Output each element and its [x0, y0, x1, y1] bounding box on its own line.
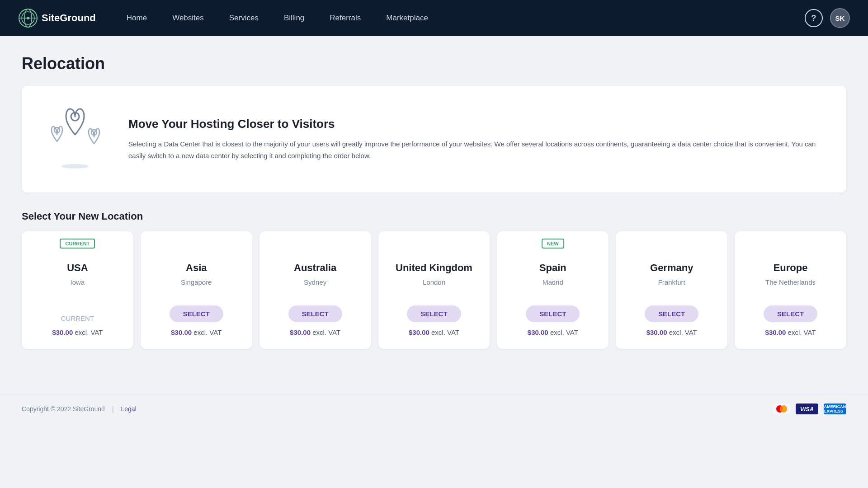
price-spain: $30.00 excl. VAT — [528, 328, 578, 336]
price-germany: $30.00 excl. VAT — [646, 328, 697, 336]
footer-divider: | — [112, 405, 114, 413]
location-card-asia: Asia Singapore SELECT $30.00 excl. VAT — [141, 231, 252, 349]
price-amount-usa: $30.00 — [52, 328, 73, 336]
select-asia-button[interactable]: SELECT — [170, 305, 223, 322]
location-name-australia: Australia — [294, 262, 336, 274]
current-badge: CURRENT — [60, 239, 95, 249]
info-card: Move Your Hosting Closer to Visitors Sel… — [22, 86, 846, 192]
price-amount-germany: $30.00 — [646, 328, 667, 336]
location-city-spain: Madrid — [542, 278, 563, 286]
payment-icons: VISA AMERICANEXPRESS — [773, 404, 846, 414]
select-spain-button[interactable]: SELECT — [526, 305, 580, 322]
price-usa: $30.00 excl. VAT — [52, 328, 103, 336]
price-europe: $30.00 excl. VAT — [765, 328, 816, 336]
location-city-europe: The Netherlands — [765, 278, 816, 286]
price-suffix-spain: excl. VAT — [550, 328, 578, 336]
select-uk-button[interactable]: SELECT — [407, 305, 461, 322]
locations-grid: CURRENT USA Iowa CURRENT $30.00 excl. VA… — [22, 231, 846, 349]
location-card-australia: Australia Sydney SELECT $30.00 excl. VAT — [259, 231, 371, 349]
navbar: SiteGround Home Websites Services Billin… — [0, 0, 868, 36]
price-suffix-uk: excl. VAT — [431, 328, 459, 336]
amex-icon: AMERICANEXPRESS — [824, 404, 846, 414]
location-city-uk: London — [423, 278, 445, 286]
nav-websites[interactable]: Websites — [160, 0, 217, 36]
visa-icon: VISA — [796, 404, 818, 414]
current-label-usa: CURRENT — [61, 314, 94, 322]
price-suffix-europe: excl. VAT — [788, 328, 816, 336]
info-text: Move Your Hosting Closer to Visitors Sel… — [128, 117, 825, 161]
location-card-uk: United Kingdom London SELECT $30.00 excl… — [378, 231, 490, 349]
nav-marketplace[interactable]: Marketplace — [373, 0, 441, 36]
price-amount-spain: $30.00 — [528, 328, 548, 336]
select-australia-button[interactable]: SELECT — [288, 305, 342, 322]
svg-point-4 — [27, 17, 29, 19]
nav-home[interactable]: Home — [114, 0, 160, 36]
footer: Copyright © 2022 SiteGround | Legal VISA… — [0, 394, 868, 423]
price-amount-europe: $30.00 — [765, 328, 786, 336]
location-city-germany: Frankfurt — [658, 278, 685, 286]
main-content: Relocation Move Your Hosting Closer to V… — [0, 36, 868, 367]
nav-referrals[interactable]: Referrals — [317, 0, 373, 36]
price-uk: $30.00 excl. VAT — [409, 328, 459, 336]
legal-link[interactable]: Legal — [121, 405, 137, 413]
price-asia: $30.00 excl. VAT — [171, 328, 222, 336]
nav-billing[interactable]: Billing — [271, 0, 317, 36]
help-button[interactable]: ? — [805, 9, 823, 27]
logo[interactable]: SiteGround — [18, 8, 96, 28]
footer-left: Copyright © 2022 SiteGround | Legal — [22, 405, 137, 413]
price-suffix-germany: excl. VAT — [669, 328, 697, 336]
location-card-usa: CURRENT USA Iowa CURRENT $30.00 excl. VA… — [22, 231, 133, 349]
info-heading: Move Your Hosting Closer to Visitors — [128, 117, 825, 131]
select-europe-button[interactable]: SELECT — [764, 305, 817, 322]
nav-services[interactable]: Services — [217, 0, 271, 36]
location-city-australia: Sydney — [304, 278, 326, 286]
location-name-spain: Spain — [539, 262, 566, 274]
price-suffix-australia: excl. VAT — [312, 328, 340, 336]
location-name-germany: Germany — [650, 262, 693, 274]
price-suffix-asia: excl. VAT — [193, 328, 222, 336]
price-australia: $30.00 excl. VAT — [290, 328, 340, 336]
copyright: Copyright © 2022 SiteGround — [22, 405, 105, 413]
price-suffix-usa: excl. VAT — [75, 328, 103, 336]
location-city-asia: Singapore — [181, 278, 212, 286]
section-title: Select Your New Location — [22, 211, 846, 222]
svg-point-5 — [61, 164, 89, 169]
page-title: Relocation — [22, 54, 846, 73]
price-amount-asia: $30.00 — [171, 328, 192, 336]
new-badge-spain: NEW — [542, 239, 564, 249]
mastercard-icon — [773, 404, 790, 414]
location-card-germany: Germany Frankfurt SELECT $30.00 excl. VA… — [616, 231, 727, 349]
location-card-europe: Europe The Netherlands SELECT $30.00 exc… — [735, 231, 846, 349]
price-amount-uk: $30.00 — [409, 328, 429, 336]
location-name-usa: USA — [67, 262, 88, 274]
location-icon — [43, 108, 107, 171]
logo-text: SiteGround — [42, 12, 96, 24]
price-amount-australia: $30.00 — [290, 328, 311, 336]
nav-actions: ? SK — [805, 8, 850, 28]
info-body: Selecting a Data Center that is closest … — [128, 138, 825, 161]
nav-links: Home Websites Services Billing Referrals… — [114, 0, 805, 36]
location-name-europe: Europe — [774, 262, 808, 274]
location-name-uk: United Kingdom — [396, 262, 472, 274]
location-city-usa: Iowa — [71, 278, 85, 286]
avatar[interactable]: SK — [830, 8, 850, 28]
location-card-spain: NEW Spain Madrid SELECT $30.00 excl. VAT — [497, 231, 609, 349]
location-name-asia: Asia — [186, 262, 207, 274]
select-germany-button[interactable]: SELECT — [645, 305, 698, 322]
